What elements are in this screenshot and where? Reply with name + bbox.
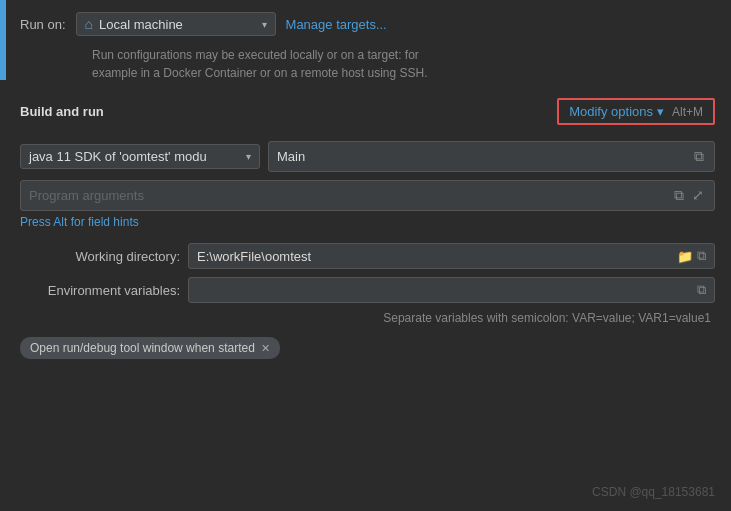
env-variables-input-wrap: ⧉ <box>188 277 715 303</box>
env-variables-label: Environment variables: <box>20 283 180 298</box>
modify-options-button[interactable]: Modify options ▾ Alt+M <box>557 98 715 125</box>
sdk-dropdown[interactable]: java 11 SDK of 'oomtest' modu ▾ <box>20 144 260 169</box>
working-dir-copy-icon[interactable]: ⧉ <box>697 248 706 264</box>
run-on-label: Run on: <box>20 17 66 32</box>
env-variables-input[interactable] <box>197 283 693 298</box>
program-arguments-wrap: ⧉ ⤢ <box>20 180 715 211</box>
footer-watermark: CSDN @qq_18153681 <box>592 485 715 499</box>
run-on-arrow-icon: ▾ <box>262 19 267 30</box>
run-on-dropdown[interactable]: ⌂ Local machine ▾ <box>76 12 276 36</box>
prog-args-expand-icon[interactable]: ⤢ <box>690 185 706 206</box>
modify-options-chevron: ▾ <box>657 104 664 119</box>
sdk-dropdown-text: java 11 SDK of 'oomtest' modu <box>29 149 242 164</box>
working-directory-input[interactable] <box>197 249 673 264</box>
tag-chip-label: Open run/debug tool window when started <box>30 341 255 355</box>
modify-options-label: Modify options <box>569 104 653 119</box>
modify-options-shortcut: Alt+M <box>672 105 703 119</box>
main-class-input-wrap: ⧉ <box>268 141 715 172</box>
build-run-title: Build and run <box>20 104 104 119</box>
working-directory-input-wrap: 📁 ⧉ <box>188 243 715 269</box>
separator-hint: Separate variables with semicolon: VAR=v… <box>20 311 715 325</box>
program-arguments-input[interactable] <box>29 188 668 203</box>
tag-chip[interactable]: Open run/debug tool window when started … <box>20 337 280 359</box>
info-text: Run configurations may be executed local… <box>92 46 715 82</box>
sdk-arrow-icon: ▾ <box>246 151 251 162</box>
env-vars-copy-icon[interactable]: ⧉ <box>697 282 706 298</box>
main-class-input[interactable] <box>277 149 692 164</box>
prog-args-copy-icon[interactable]: ⧉ <box>672 185 686 206</box>
run-on-dropdown-text: Local machine <box>99 17 256 32</box>
alt-hint: Press Alt for field hints <box>20 215 715 229</box>
home-icon: ⌂ <box>85 16 93 32</box>
working-directory-label: Working directory: <box>20 249 180 264</box>
tag-chip-close-icon[interactable]: ✕ <box>261 342 270 355</box>
main-class-copy-icon[interactable]: ⧉ <box>692 146 706 167</box>
working-dir-folder-icon[interactable]: 📁 <box>677 249 693 264</box>
manage-targets-link[interactable]: Manage targets... <box>286 17 387 32</box>
